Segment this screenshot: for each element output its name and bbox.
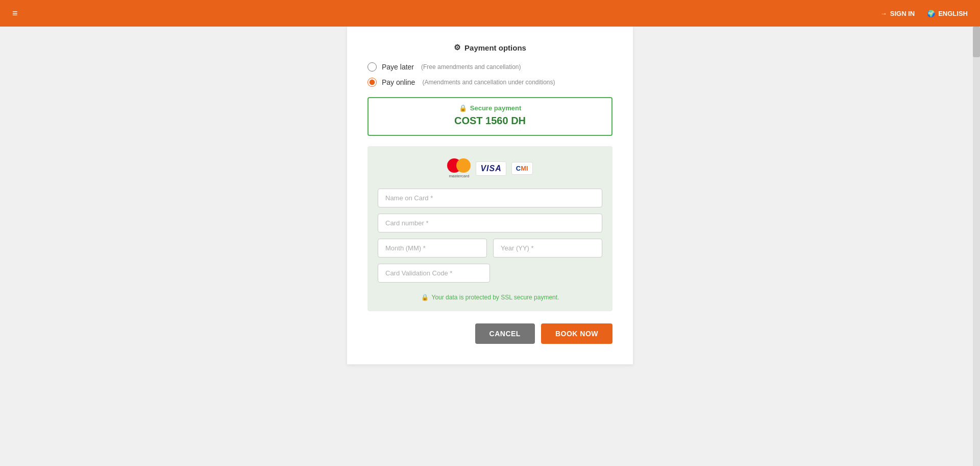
paye-later-label: Paye later (382, 63, 414, 71)
expiry-row (378, 239, 602, 258)
signin-button[interactable]: → SIGN IN (880, 10, 915, 17)
year-input[interactable] (493, 239, 602, 258)
month-input[interactable] (378, 239, 487, 258)
cmi-logo: CMI (511, 162, 533, 175)
paye-later-option[interactable]: Paye later (Free amendments and cancella… (368, 62, 612, 72)
signin-icon: → (880, 10, 887, 17)
cancel-button[interactable]: CANCEL (475, 323, 535, 344)
header: ≡ → SIGN IN 🌍 ENGLISH (0, 0, 980, 27)
paye-later-sublabel: (Free amendments and cancellation) (421, 63, 521, 71)
gear-icon: ⚙ (454, 43, 460, 52)
language-button[interactable]: 🌍 ENGLISH (927, 10, 968, 17)
globe-icon: 🌍 (927, 10, 935, 17)
secure-payment-box: 🔒 Secure payment COST 1560 DH (368, 97, 612, 136)
card-number-input[interactable] (378, 214, 602, 232)
card-logos: mastercard VISA CMI (378, 158, 602, 178)
scrollbar-thumb[interactable] (973, 27, 980, 57)
menu-icon[interactable]: ≡ (12, 8, 18, 19)
ssl-notice: 🔒 Your data is protected by SSL secure p… (378, 294, 602, 301)
lock-green-icon: 🔒 (421, 294, 429, 301)
lock-icon: 🔒 (459, 104, 467, 112)
mastercard-logo: mastercard (447, 158, 471, 178)
payment-form-area: mastercard VISA CMI 🔒 Your data (368, 146, 612, 311)
cost-text: COST 1560 DH (377, 115, 603, 127)
page-content: ⚙ Payment options Paye later (Free amend… (0, 27, 980, 385)
pay-online-label: Pay online (382, 78, 415, 86)
paye-later-radio[interactable] (368, 62, 377, 72)
name-on-card-input[interactable] (378, 189, 602, 207)
scrollbar-track[interactable] (973, 27, 980, 466)
mc-text: mastercard (447, 174, 471, 178)
cvc-input[interactable] (378, 264, 490, 283)
book-now-button[interactable]: BOOK NOW (541, 323, 612, 344)
header-left: ≡ (12, 8, 18, 19)
header-right: → SIGN IN 🌍 ENGLISH (880, 10, 968, 17)
visa-logo: VISA (476, 161, 506, 176)
main-panel: ⚙ Payment options Paye later (Free amend… (347, 27, 633, 364)
payment-options-title: ⚙ Payment options (368, 43, 612, 52)
pay-online-radio[interactable] (368, 78, 377, 87)
pay-online-option[interactable]: Pay online (Amendments and cancellation … (368, 78, 612, 87)
secure-payment-label: 🔒 Secure payment (377, 104, 603, 112)
pay-online-sublabel: (Amendments and cancellation under condi… (422, 79, 555, 86)
buttons-row: CANCEL BOOK NOW (368, 323, 612, 344)
mc-orange-circle (456, 158, 471, 173)
